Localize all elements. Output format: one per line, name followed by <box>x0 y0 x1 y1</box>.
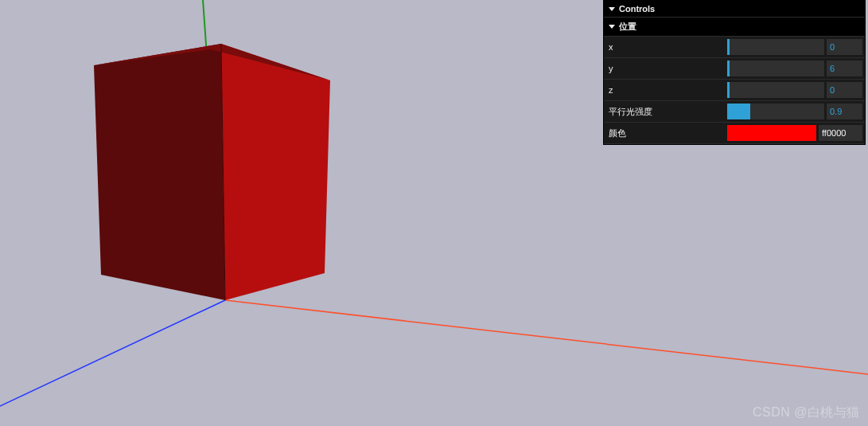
position-folder-header[interactable]: 位置 <box>604 18 865 37</box>
x-axis <box>225 300 868 374</box>
intensity-input[interactable] <box>827 104 862 119</box>
y-slider[interactable] <box>727 61 824 76</box>
x-slider[interactable] <box>727 39 824 55</box>
color-input[interactable] <box>819 125 862 141</box>
z-slider[interactable] <box>727 82 824 98</box>
chevron-down-icon <box>609 7 615 11</box>
position-folder-label: 位置 <box>619 21 636 33</box>
x-input[interactable] <box>827 39 862 55</box>
z-row: z <box>604 80 865 101</box>
cube-left-face <box>94 44 225 300</box>
y-label: y <box>604 58 727 79</box>
cube-front-face <box>221 44 330 300</box>
z-axis <box>0 300 225 406</box>
y-row: y <box>604 58 865 80</box>
controls-header[interactable]: Controls <box>604 1 865 18</box>
z-input[interactable] <box>827 82 862 98</box>
chevron-down-icon <box>609 25 615 29</box>
controls-title-text: Controls <box>619 4 655 14</box>
color-label: 颜色 <box>604 123 727 143</box>
controls-panel: Controls 位置 x y z 平行光强度 颜色 <box>603 0 866 145</box>
watermark: CSDN @白桃与猫 <box>753 405 860 421</box>
z-label: z <box>604 80 727 100</box>
x-row: x <box>604 37 865 58</box>
intensity-slider[interactable] <box>727 104 824 119</box>
y-input[interactable] <box>827 61 862 76</box>
color-swatch[interactable] <box>727 125 816 141</box>
intensity-label: 平行光强度 <box>604 101 727 122</box>
x-label: x <box>604 37 727 57</box>
color-row: 颜色 <box>604 123 865 144</box>
intensity-row: 平行光强度 <box>604 101 865 123</box>
